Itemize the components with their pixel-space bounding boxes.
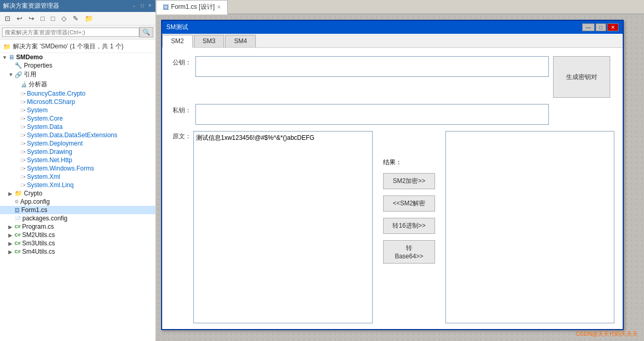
- to-hex-btn[interactable]: 转16进制>>: [383, 218, 435, 234]
- private-key-label: 私钥：: [170, 104, 191, 115]
- tree-item-systemdata[interactable]: □▪ System.Data: [0, 123, 155, 131]
- sm-test-form: SM测试 — □ ✕ SM2 SM3 SM4 公钥：: [161, 20, 624, 330]
- operation-buttons: 结果： SM2加密>> <<SM2解密 转16进制>> 转Base64>>: [383, 131, 435, 325]
- ms-label: Microsoft.CSharp: [27, 98, 75, 106]
- se-close-btn[interactable]: ×: [147, 3, 152, 10]
- se-float-btn[interactable]: □: [140, 3, 145, 10]
- sm-close-btn[interactable]: ✕: [607, 23, 619, 31]
- crypto-label: Crypto: [24, 190, 42, 197]
- sm-minimize-btn[interactable]: —: [582, 23, 595, 31]
- tree-item-systemnethttp[interactable]: □▪ System.Net.Http: [0, 156, 155, 164]
- smdemo-label: SMDemo: [16, 54, 43, 61]
- sysNet-icon: □▪: [21, 158, 25, 163]
- expand-icon-sysWin: [15, 166, 21, 172]
- tab-close-btn[interactable]: ✕: [217, 4, 221, 10]
- properties-icon: 🔧: [15, 62, 22, 69]
- sysWin-icon: □▪: [21, 166, 25, 171]
- se-content: 📁 解决方案 'SMDemo' (1 个项目，共 1 个) ▼ 🖥 SMDemo…: [0, 40, 155, 341]
- expand-icon-program: ▶: [8, 224, 15, 230]
- tree-item-form1cs[interactable]: 🖼 Form1.cs: [0, 206, 155, 214]
- crypto-folder-icon: 📁: [15, 190, 22, 197]
- result-label-text: 结果：: [383, 158, 402, 167]
- tab-form1cs[interactable]: 🖼 Form1.cs [设计] ✕: [156, 0, 228, 15]
- tree-item-crypto[interactable]: ▶ 📁 Crypto: [0, 189, 155, 198]
- tree-item-systemdrawing[interactable]: □▪ System.Drawing: [0, 148, 155, 156]
- toolbar-btn-folder[interactable]: 📁: [82, 13, 96, 24]
- tree-item-appconfig[interactable]: ⚙ App.config: [0, 198, 155, 206]
- toolbar-btn-copy[interactable]: □: [48, 13, 58, 24]
- expand-icon-sysCore: [15, 116, 21, 122]
- search-input[interactable]: [2, 28, 139, 37]
- sm2utils-icon: C#: [15, 232, 21, 238]
- tree-item-packagesconfig[interactable]: 📄 packages.config: [0, 214, 155, 222]
- sm-maximize-btn[interactable]: □: [596, 23, 606, 31]
- form-tab-sm2[interactable]: SM2: [162, 35, 193, 48]
- appconfig-icon: ⚙: [15, 199, 19, 204]
- public-key-input[interactable]: [195, 56, 549, 77]
- tree-item-smdemo[interactable]: ▼ 🖥 SMDemo: [0, 53, 155, 61]
- search-button[interactable]: 🔍: [139, 27, 153, 37]
- tree-item-sysxml[interactable]: □▪ System.Xml: [0, 173, 155, 181]
- tab-form1cs-label: Form1.cs [设计]: [171, 3, 215, 11]
- sysDeploy-icon: □▪: [21, 141, 25, 146]
- watermark: CSDN@天天代码天天天: [576, 330, 638, 338]
- toolbar-btn-edit[interactable]: ✎: [70, 13, 81, 24]
- tree-item-sm2utils[interactable]: ▶ C# SM2Utils.cs: [0, 231, 155, 239]
- properties-label: Properties: [24, 62, 52, 69]
- sm2-encrypt-btn[interactable]: SM2加密>>: [383, 173, 435, 189]
- expand-icon-sm4utils: ▶: [8, 249, 15, 255]
- form-tabs: SM2 SM3 SM4: [162, 34, 623, 48]
- sysXml-icon: □▪: [21, 174, 25, 179]
- expand-icon-bc: [15, 91, 21, 97]
- result-textarea[interactable]: [445, 131, 614, 323]
- toolbar-btn-sync[interactable]: ⊡: [2, 13, 13, 24]
- tree-item-syswinforms[interactable]: □▪ System.Windows.Forms: [0, 164, 155, 173]
- program-label: Program.cs: [22, 223, 54, 230]
- expand-icon-sysXmlLinq: [15, 182, 21, 188]
- references-icon: 🔗: [15, 71, 22, 78]
- tree-item-analyzer[interactable]: 🔬 分析器: [0, 80, 155, 89]
- tree-item-references[interactable]: ▼ 🔗 引用: [0, 70, 155, 80]
- sysdata-label: System.Data: [27, 123, 63, 130]
- toolbar-btn-fwd[interactable]: ↪: [26, 13, 37, 24]
- program-icon: C#: [15, 224, 21, 229]
- tree-item-system[interactable]: □▪ System: [0, 106, 155, 114]
- tree-item-sm3utils[interactable]: ▶ C# Sm3Utils.cs: [0, 239, 155, 247]
- sysDataExt-icon: □▪: [21, 133, 25, 138]
- private-key-row: 私钥：: [170, 104, 614, 125]
- private-key-input[interactable]: [195, 104, 549, 125]
- solution-header-text: 解决方案 'SMDemo' (1 个项目，共 1 个): [13, 42, 124, 51]
- sysDeploy-label: System.Deployment: [27, 140, 83, 147]
- expand-icon-sysXml: [15, 174, 21, 180]
- to-base64-btn[interactable]: 转Base64>>: [383, 240, 435, 264]
- source-textarea[interactable]: 测试信息1xw123456!@#$%^&*()abcDEFG: [193, 131, 373, 323]
- form-tab-sm3[interactable]: SM3: [194, 35, 225, 47]
- tree-item-bouncycastle[interactable]: □▪ BouncyCastle.Crypto: [0, 89, 155, 98]
- tree-item-systemdataext[interactable]: □▪ System.Data.DataSetExtensions: [0, 131, 155, 139]
- expand-icon-sysNet: [15, 158, 21, 163]
- sysDraw-icon: □▪: [21, 149, 25, 154]
- tree-item-sm4utils[interactable]: ▶ C# Sm4Utils.cs: [0, 247, 155, 256]
- sm-form-controls: — □ ✕: [582, 23, 619, 31]
- se-pin-btn[interactable]: －: [130, 3, 138, 10]
- sysDraw-label: System.Drawing: [27, 148, 72, 155]
- tree-item-systemdeployment[interactable]: □▪ System.Deployment: [0, 139, 155, 148]
- tree-item-programcs[interactable]: ▶ C# Program.cs: [0, 222, 155, 231]
- expand-icon-sm3utils: ▶: [8, 241, 15, 246]
- generate-keypair-btn[interactable]: 生成密钥对: [553, 56, 610, 98]
- sm2-decrypt-btn[interactable]: <<SM2解密: [383, 195, 435, 212]
- tree-item-microsoftcsharp[interactable]: □▪ Microsoft.CSharp: [0, 98, 155, 106]
- pkgconfig-label: packages.config: [22, 215, 68, 222]
- solution-folder-icon: 📁: [3, 43, 11, 50]
- toolbar-btn-new[interactable]: □: [38, 13, 47, 24]
- toolbar-btn-back[interactable]: ↩: [14, 13, 25, 24]
- form-tab-sm4[interactable]: SM4: [225, 35, 256, 47]
- tree-item-properties[interactable]: 🔧 Properties: [0, 61, 155, 70]
- appconfig-label: App.config: [20, 198, 50, 205]
- tree-item-sysxmllinq[interactable]: □▪ System.Xml.Linq: [0, 181, 155, 189]
- toolbar-btn-diamond[interactable]: ◇: [59, 13, 69, 24]
- tree-item-systemcore[interactable]: □▪ System.Core: [0, 114, 155, 123]
- sysNet-label: System.Net.Http: [27, 156, 72, 164]
- se-title: 解决方案资源管理器: [3, 2, 59, 10]
- sysXmlLinq-icon: □▪: [21, 182, 25, 188]
